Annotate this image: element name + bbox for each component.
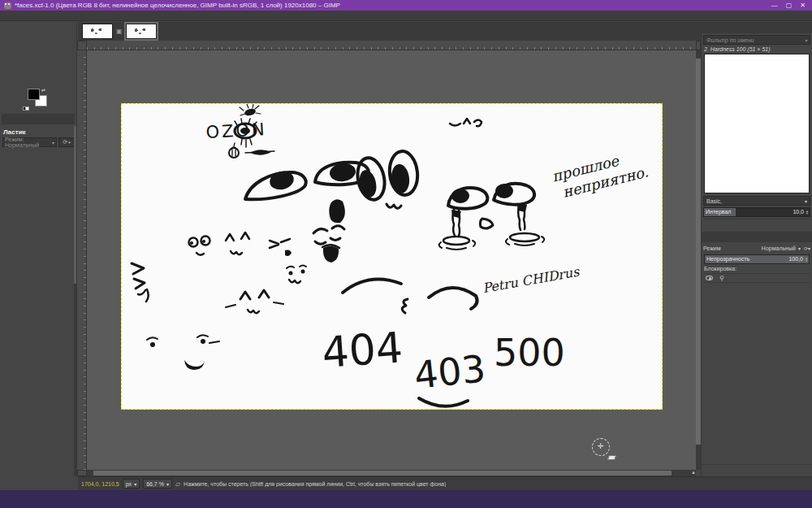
- title-bar: *faces.xcf-1.0 (Цвета RGB 8 бит, нелиней…: [0, 0, 812, 11]
- tool-grid: [0, 22, 76, 24]
- paint-mode-dropdown[interactable]: Режим: Нормальный▾: [2, 137, 57, 147]
- layer-mode-dropdown[interactable]: Нормальный▾ ⟳▾: [723, 244, 810, 253]
- signature-text: Petru CHIDrus: [482, 263, 581, 296]
- image-tabs-row: ▣: [78, 22, 701, 41]
- lock-label: Блокировка:: [704, 266, 736, 271]
- ruler-corner: [77, 41, 87, 50]
- gimp-app-icon: [4, 2, 11, 9]
- left-dock-tabs: [2, 114, 75, 124]
- num-404-text: 404: [321, 323, 404, 377]
- foreground-color-swatch[interactable]: [28, 89, 40, 100]
- right-dock: Фильтр по имени▾ 2. Hardness 100 (51 × 5…: [701, 22, 812, 476]
- window-title: *faces.xcf-1.0 (Цвета RGB 8 бит, нелиней…: [15, 2, 340, 9]
- layer-actions: [702, 464, 812, 476]
- close-button[interactable]: ✕: [800, 2, 806, 9]
- swap-colors-icon[interactable]: ⇄: [41, 87, 45, 93]
- canvas-drawing: OZON: [122, 104, 662, 409]
- image-tab-1[interactable]: [82, 24, 113, 39]
- status-hint: Нажмите, чтобы стереть (Shift для рисова…: [184, 481, 446, 487]
- unit-dropdown[interactable]: px▾: [123, 479, 140, 488]
- color-selector[interactable]: ⇄: [28, 89, 52, 111]
- brush-grid: [704, 54, 810, 193]
- horizontal-ruler[interactable]: [87, 41, 696, 50]
- maximize-button[interactable]: ▢: [786, 2, 793, 9]
- image-tab-separator-icon: ▣: [116, 28, 123, 35]
- default-colors-icon[interactable]: [23, 106, 29, 111]
- cursor-position: 1704,0, 1210,5: [81, 481, 119, 487]
- layer-mode-label: Режим: [703, 245, 721, 251]
- menu-bar: [0, 11, 812, 21]
- minimize-button[interactable]: —: [771, 2, 778, 9]
- canvas-horizontal-scrollbar[interactable]: ▲: [87, 470, 696, 476]
- toolbox-panel: ⇄ Ластик Режим: Нормальный▾ ⟳▾: [0, 22, 77, 476]
- brush-tag-dropdown[interactable]: Basic,▾: [703, 196, 810, 206]
- link-header-icon[interactable]: ⚲: [719, 275, 724, 282]
- layer-opacity-slider[interactable]: Непрозрачность 100,0 ▲▼: [704, 254, 810, 264]
- visibility-header-icon[interactable]: [706, 276, 713, 280]
- tool-options-scrollbar[interactable]: [74, 126, 76, 476]
- eraser-status-icon: ▱: [175, 480, 180, 488]
- gimp-status-bar: 1704,0, 1210,5 px▾ 66,7 %▾ ▱ Нажмите, чт…: [78, 476, 812, 490]
- num-500-text: 500: [494, 331, 565, 375]
- quick-mask-button[interactable]: [77, 470, 87, 476]
- image-tab-2-active[interactable]: [126, 24, 157, 39]
- eraser-cursor: [592, 438, 610, 456]
- brush-spacing-slider[interactable]: Интервал 10,0 ▲▼: [703, 207, 810, 217]
- selected-brush-label: 2. Hardness 100 (51 × 51): [702, 46, 812, 54]
- layers-panel: Режим Нормальный▾ ⟳▾ Непрозрачность 100,…: [702, 232, 812, 283]
- num-403-text: 403: [412, 346, 488, 397]
- layer-boundary: OZON: [121, 103, 663, 410]
- zoom-dropdown[interactable]: 66,7 %▾: [143, 479, 172, 488]
- vertical-ruler[interactable]: [77, 50, 87, 470]
- tool-options-panel: Ластик Режим: Нормальный▾ ⟳▾: [0, 126, 77, 476]
- brushes-dock-tabs: [702, 22, 812, 33]
- brush-actions: [703, 219, 810, 230]
- brush-filter-input[interactable]: Фильтр по имени▾: [703, 35, 810, 45]
- reset-mode-button[interactable]: ⟳▾: [58, 137, 75, 147]
- canvas[interactable]: OZON: [121, 103, 663, 410]
- windows-taskbar: [0, 490, 812, 508]
- canvas-area[interactable]: OZON: [87, 50, 696, 470]
- layers-dock-tabs: [702, 232, 812, 242]
